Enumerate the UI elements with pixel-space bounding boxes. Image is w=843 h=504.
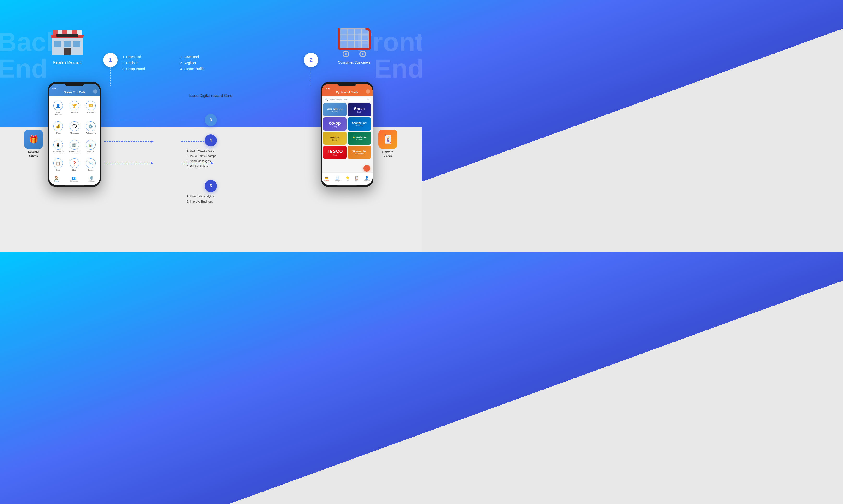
card-tesco[interactable]: TESCO Tesco — [323, 146, 347, 159]
svg-rect-8 — [73, 41, 80, 47]
settings-nav-label: Settings — [88, 180, 94, 182]
rnav-receipts[interactable]: 🧾 Receipts — [334, 176, 340, 182]
help-label: Help — [72, 169, 76, 171]
rnav-cards[interactable]: 💳 Cards — [324, 176, 329, 182]
business-icon: 🏢 — [70, 140, 79, 149]
cart-label: Consumer/Customers — [335, 60, 374, 64]
decathlon-label: DECATHLON — [352, 122, 366, 124]
right-phone-screen: 10:47 My Reward Cards 🔍 Search Reward Ca… — [322, 84, 373, 185]
menu-redeem[interactable]: 🎫 Redeem — [84, 99, 98, 118]
fab-add-button[interactable]: + — [363, 165, 370, 172]
menu-automation[interactable]: ⚙️ Automation — [84, 120, 98, 136]
left-phone-app-name: Green Cup Cafe — [64, 91, 86, 94]
cards-rnav-label: Cards — [324, 180, 329, 182]
card-starbucks[interactable]: ⭐ Starbucks Starbucks — [347, 131, 371, 145]
boots-label: Boots — [354, 107, 365, 111]
social-icon: 📱 — [53, 140, 63, 149]
step4-item3: 3. Send Messages — [187, 159, 235, 164]
step1-text: 1. Download 2. Register 3. Setup Brand — [122, 54, 145, 72]
home-bar-right — [338, 185, 357, 186]
right-phone-shell: 10:47 My Reward Cards 🔍 Search Reward Ca… — [321, 82, 374, 187]
cart-icon: Consumer/Customers — [335, 24, 374, 64]
issue-label: Issue Digital reward Card — [189, 94, 232, 98]
menu-messages[interactable]: 💬 Messages — [67, 120, 82, 136]
right-bottom-nav: 💳 Cards 🧾 Receipts ⭐ Earn 📋 List 👤 — [322, 172, 373, 185]
nav-home[interactable]: 🏠 Home — [54, 176, 59, 182]
redeem-icon: 🎫 — [86, 101, 95, 110]
stamp-icon-box: 🎁 — [24, 130, 43, 149]
reward-stamp-icon: 🎁 RewardStamp — [24, 130, 43, 158]
step2-item3: 3. Create Profile — [180, 66, 204, 72]
step2-text: 1. Download 2. Register 3. Create Profil… — [180, 54, 204, 72]
menu-reports[interactable]: 📊 Reports — [84, 138, 98, 155]
step5-circle: 5 — [205, 180, 217, 192]
step4-block: 4 1. Scan Reward Card 2. Issue Points/St… — [187, 134, 235, 169]
receipts-rnav-label: Receipts — [334, 180, 340, 182]
starbucks-label: ⭐ Starbucks — [352, 136, 366, 139]
earn-rnav-icon: ⭐ — [346, 176, 349, 180]
left-phone-shell: 7:03 Green Cup Cafe 👤 New Customer 🏆 Rew… — [48, 82, 101, 187]
menu-contact[interactable]: ✉️ Contact — [84, 157, 98, 173]
svg-rect-10 — [56, 34, 78, 37]
automation-icon: ⚙️ — [86, 122, 95, 131]
svg-rect-7 — [64, 41, 71, 47]
list-rnav-label: List — [356, 180, 358, 182]
card-coop[interactable]: co-op Co-op — [323, 118, 347, 130]
boots-sub: Boots — [357, 111, 361, 113]
card-woolworths[interactable]: Woolworths Woolworths — [347, 146, 371, 159]
card-air-miles[interactable]: AIR MILES Air Miles — [323, 103, 347, 116]
redeem-label: Redeem — [87, 111, 94, 113]
merchant-label: Retailers Merchant — [48, 60, 86, 64]
nav-settings[interactable]: ⚙️ Settings — [88, 176, 94, 182]
card-decathlon[interactable]: DECATHLON Decathlon — [347, 118, 371, 130]
woolworths-sub: Woolworths — [355, 153, 364, 155]
search-bar[interactable]: 🔍 Search Reward Card ≡ — [324, 97, 371, 102]
rnav-list[interactable]: 📋 List — [355, 176, 359, 182]
left-phone-screen: 7:03 Green Cup Cafe 👤 New Customer 🏆 Rew… — [49, 84, 100, 185]
step1-circle: 1 — [103, 53, 118, 67]
offers-label: Offers — [55, 132, 61, 134]
menu-offers[interactable]: 💰 Offers — [51, 120, 65, 136]
left-phone-time: 7:03 — [52, 87, 56, 90]
phone-bell-icon — [93, 89, 97, 94]
card-boots[interactable]: Boots Boots — [347, 103, 371, 116]
right-phone-time: 10:47 — [324, 87, 330, 90]
left-phone: 7:03 Green Cup Cafe 👤 New Customer 🏆 Rew… — [48, 82, 101, 187]
card-nectar[interactable]: nectar Nectar — [323, 131, 347, 145]
nectar-label: nectar — [330, 136, 339, 139]
step1-item3: 3. Setup Brand — [122, 66, 145, 72]
coop-sub: Co-op — [333, 126, 337, 127]
settings-nav-icon: ⚙️ — [89, 176, 93, 180]
step3-circle: 3 — [205, 114, 217, 126]
account-rnav-label: Account — [364, 180, 370, 182]
svg-rect-9 — [64, 48, 71, 55]
menu-social[interactable]: 📱 Social Media — [51, 138, 65, 155]
nectar-sub: Nectar — [333, 139, 338, 141]
data-label: Data — [56, 169, 60, 171]
tesco-label: TESCO — [327, 149, 343, 154]
reward-cards-icon: 🃏 RewardCards — [378, 130, 397, 158]
rnav-account[interactable]: 👤 Account — [364, 176, 370, 182]
phone-notch-right — [338, 82, 357, 86]
woolworths-label: Woolworths — [352, 150, 366, 153]
menu-help[interactable]: ❓ Help — [67, 157, 82, 173]
menu-reward[interactable]: 🏆 Reward — [67, 99, 82, 118]
step2-item2: 2. Register — [180, 60, 204, 66]
step4-item1: 1. Scan Reward Card — [187, 148, 235, 154]
decathlon-sub: Decathlon — [356, 124, 363, 126]
air-miles-sub: Air Miles — [332, 110, 338, 112]
right-phone: 10:47 My Reward Cards 🔍 Search Reward Ca… — [321, 82, 374, 187]
step4-text: 1. Scan Reward Card 2. Issue Points/Stam… — [187, 148, 235, 169]
receipts-rnav-icon: 🧾 — [335, 176, 339, 180]
menu-data[interactable]: 📋 Data — [51, 157, 65, 173]
new-customer-label: New Customer — [52, 111, 64, 116]
nav-customers[interactable]: 👥 Customers — [70, 176, 78, 182]
contact-icon: ✉️ — [86, 158, 95, 168]
menu-new-customer[interactable]: 👤 New Customer — [51, 99, 65, 118]
rnav-earn[interactable]: ⭐ Earn — [346, 176, 349, 182]
step3-block: 3 — [205, 114, 217, 133]
step5-block: 5 1. User data analytics 2. Improve Busi… — [187, 180, 235, 204]
new-customer-icon: 👤 — [53, 101, 63, 110]
menu-business[interactable]: 🏢 Business Info — [67, 138, 82, 155]
customers-nav-label: Customers — [70, 180, 78, 182]
